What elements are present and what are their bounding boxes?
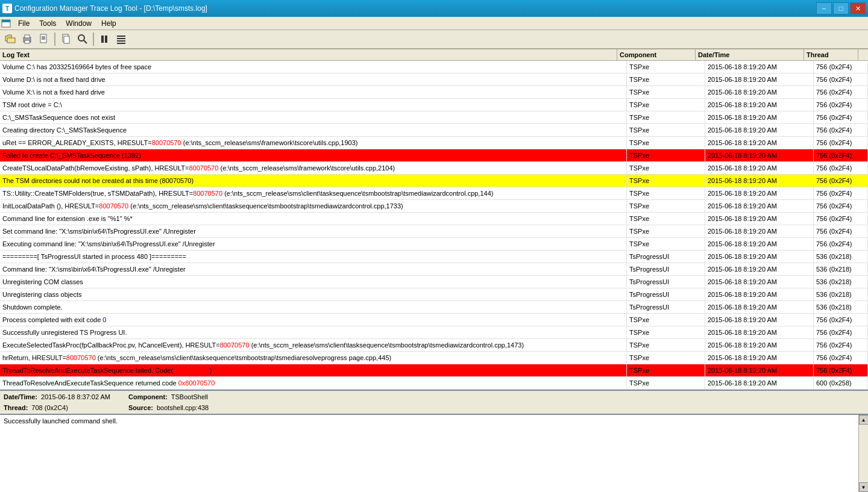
- log-cell-component: TsProgressUI: [627, 301, 705, 313]
- log-cell-thread: 756 (0x2F4): [814, 86, 868, 98]
- svg-rect-7: [40, 34, 46, 43]
- close-button[interactable]: ✕: [850, 2, 866, 14]
- table-row[interactable]: CreateTSLocalDataPath(bRemoveExisting, s…: [0, 162, 868, 175]
- lines-button[interactable]: [113, 32, 129, 46]
- log-cell-datetime: 2015-06-18 8:19:20 AM: [705, 137, 814, 149]
- table-row[interactable]: Successfully unregistered TS Progress UI…: [0, 326, 868, 339]
- table-row[interactable]: ExecuteSelectedTaskProc(fpCallbackProc.p…: [0, 339, 868, 352]
- log-cell-thread: 756 (0x2F4): [814, 339, 868, 351]
- pause-button[interactable]: [96, 32, 112, 46]
- table-row[interactable]: Shutdown complete.TsProgressUI2015-06-18…: [0, 301, 868, 314]
- table-row[interactable]: Set command line: "X:\sms\bin\x64\TsProg…: [0, 225, 868, 238]
- log-cell-datetime: 2015-06-18 8:19:20 AM: [705, 111, 814, 123]
- log-cell-component: TSPxe: [627, 213, 705, 225]
- log-cell-datetime: 2015-06-18 8:19:20 AM: [705, 124, 814, 136]
- log-cell-datetime: 2015-06-18 8:19:20 AM: [705, 263, 814, 275]
- log-rows[interactable]: Volume C:\ has 203325169664 bytes of fre…: [0, 61, 868, 390]
- menu-file[interactable]: File: [13, 18, 34, 29]
- title-buttons[interactable]: − □ ✕: [816, 2, 866, 14]
- svg-rect-12: [64, 36, 69, 43]
- svg-rect-20: [117, 43, 125, 44]
- message-scrollbar[interactable]: ▲ ▼: [858, 415, 868, 492]
- detail-datetime-label: Date/Time:: [4, 393, 37, 400]
- log-cell-datetime: 2015-06-18 8:19:20 AM: [705, 61, 814, 73]
- log-cell-thread: 756 (0x2F4): [814, 238, 868, 250]
- message-scroll-down[interactable]: ▼: [859, 482, 869, 492]
- log-cell-datetime: 2015-06-18 8:19:20 AM: [705, 213, 814, 225]
- log-cell-thread: 756 (0x2F4): [814, 352, 868, 364]
- table-row[interactable]: Unregistering class objectsTsProgressUI2…: [0, 288, 868, 301]
- table-row[interactable]: The TSM directories could not be created…: [0, 175, 868, 187]
- log-cell-datetime: 2015-06-18 8:19:20 AM: [705, 149, 814, 161]
- menu-window[interactable]: Window: [61, 18, 96, 29]
- log-cell-text: uRet == ERROR_ALREADY_EXISTS, HRESULT=80…: [0, 137, 627, 149]
- log-cell-text: C:\_SMSTaskSequence does not exist: [0, 111, 627, 123]
- detail-datetime-row: Date/Time: 2015-06-18 8:37:02 AM: [4, 393, 110, 400]
- log-cell-datetime: 2015-06-18 8:19:20 AM: [705, 238, 814, 250]
- table-row[interactable]: Command line: "X:\sms\bin\x64\TsProgress…: [0, 263, 868, 276]
- copy-button[interactable]: [58, 32, 74, 46]
- table-row[interactable]: C:\_SMSTaskSequence does not existTSPxe2…: [0, 111, 868, 124]
- table-row[interactable]: Executing command line: "X:\sms\bin\x64\…: [0, 238, 868, 251]
- log-cell-datetime: 2015-06-18 8:19:20 AM: [705, 377, 814, 389]
- table-row[interactable]: TS::Utility::CreateTSMFolders(true, sTSM…: [0, 187, 868, 200]
- table-row[interactable]: uRet == ERROR_ALREADY_EXISTS, HRESULT=80…: [0, 137, 868, 149]
- svg-rect-3: [7, 38, 15, 43]
- print-button[interactable]: [19, 32, 35, 46]
- log-cell-component: TSPxe: [627, 187, 705, 199]
- open-button[interactable]: [2, 32, 18, 46]
- table-row[interactable]: =========[ TsProgressUI started in proce…: [0, 251, 868, 263]
- log-cell-thread: 536 (0x218): [814, 263, 868, 275]
- table-row[interactable]: TSM root drive = C:\TSPxe2015-06-18 8:19…: [0, 99, 868, 111]
- log-cell-text: TS::Utility::CreateTSMFolders(true, sTSM…: [0, 187, 627, 199]
- table-row[interactable]: ThreadToResolveAndExecuteTaskSequence fa…: [0, 364, 868, 377]
- menu-help[interactable]: Help: [96, 18, 121, 29]
- minimize-button[interactable]: −: [816, 2, 832, 14]
- log-cell-text: ThreadToResolveAndExecuteTaskSequence fa…: [0, 364, 627, 376]
- menu-app-icon: [1, 19, 11, 28]
- detail-datetime-value: 2015-06-18 8:37:02 AM: [41, 393, 110, 400]
- log-cell-text: hrReturn, HRESULT=80070570 (e:\nts_sccm_…: [0, 352, 627, 364]
- table-row[interactable]: ThreadToResolveAndExecuteTaskSequence re…: [0, 377, 868, 390]
- table-row[interactable]: Creating directory C:\_SMSTaskSequenceTS…: [0, 124, 868, 137]
- detail-component-label: Component:: [128, 393, 168, 400]
- log-cell-component: TsProgressUI: [627, 288, 705, 300]
- detail-thread-value: 708 (0x2C4): [31, 404, 68, 411]
- log-cell-text: Failed to create C:\_SMSTaskSequence (13…: [0, 149, 627, 161]
- message-scroll-track: [859, 425, 868, 482]
- log-cell-text: Process completed with exit code 0: [0, 314, 627, 326]
- menu-tools[interactable]: Tools: [34, 18, 61, 29]
- detail-component-row: Component: TSBootShell: [128, 393, 208, 400]
- log-cell-component: TSPxe: [627, 352, 705, 364]
- table-row[interactable]: Unregistering COM classesTsProgressUI201…: [0, 276, 868, 288]
- detail-source-value: bootshell.cpp:438: [157, 404, 209, 411]
- detail-source-row: Source: bootshell.cpp:438: [128, 404, 209, 411]
- table-row[interactable]: Volume D:\ is not a fixed hard driveTSPx…: [0, 73, 868, 86]
- blank-button[interactable]: [36, 32, 52, 46]
- table-row[interactable]: InitLocalDataPath (), HRESULT=80070570 (…: [0, 200, 868, 213]
- table-row[interactable]: Failed to create C:\_SMSTaskSequence (13…: [0, 149, 868, 162]
- header-component: Component: [617, 49, 696, 60]
- log-cell-thread: 600 (0x258): [814, 377, 868, 389]
- log-cell-thread: 756 (0x2F4): [814, 187, 868, 199]
- log-cell-datetime: 2015-06-18 8:19:20 AM: [705, 187, 814, 199]
- log-cell-component: TSPxe: [627, 225, 705, 237]
- log-cell-thread: 756 (0x2F4): [814, 124, 868, 136]
- log-cell-component: TSPxe: [627, 364, 705, 376]
- table-row[interactable]: Process completed with exit code 0TSPxe2…: [0, 314, 868, 326]
- log-cell-text: Unregistering class objects: [0, 288, 627, 300]
- table-row[interactable]: Volume X:\ is not a fixed hard driveTSPx…: [0, 86, 868, 99]
- find-button[interactable]: [75, 32, 90, 46]
- title-bar-left: T Configuration Manager Trace Log Tool -…: [2, 4, 207, 13]
- table-row[interactable]: hrReturn, HRESULT=80070570 (e:\nts_sccm_…: [0, 352, 868, 364]
- detail-group-left: Date/Time: 2015-06-18 8:37:02 AM Thread:…: [4, 393, 110, 411]
- table-row[interactable]: Command line for extension .exe is "%1" …: [0, 213, 868, 225]
- svg-rect-15: [101, 36, 104, 43]
- table-row[interactable]: Volume C:\ has 203325169664 bytes of fre…: [0, 61, 868, 73]
- log-cell-component: TSPxe: [627, 238, 705, 250]
- detail-source-label: Source:: [128, 404, 153, 411]
- log-cell-datetime: 2015-06-18 8:19:20 AM: [705, 200, 814, 212]
- restore-button[interactable]: □: [833, 2, 849, 14]
- message-scroll-up[interactable]: ▲: [859, 415, 869, 425]
- detail-component-value: TSBootShell: [171, 393, 208, 400]
